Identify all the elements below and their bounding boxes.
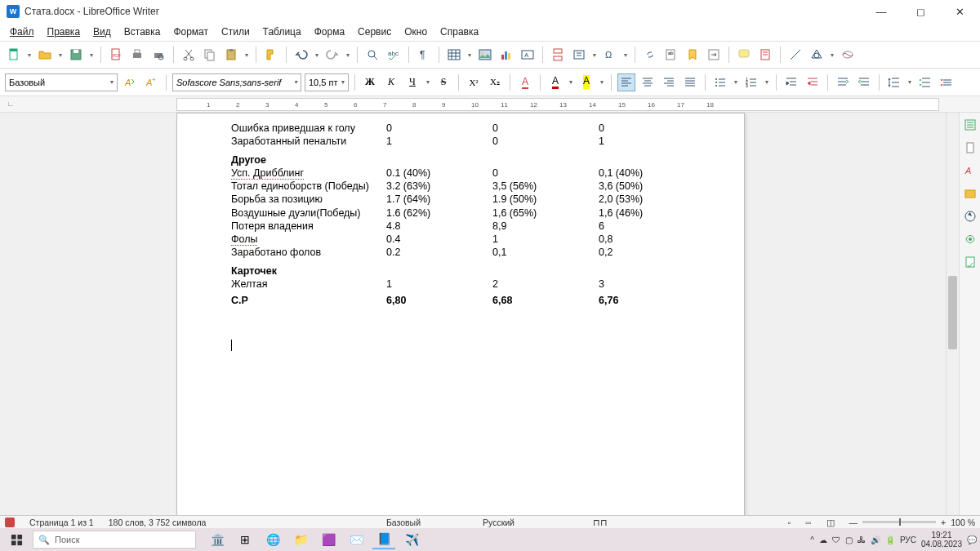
print-preview-icon[interactable]: [149, 46, 167, 64]
writer-taskbar-icon[interactable]: 📘: [372, 530, 395, 549]
menu-insert[interactable]: Вставка: [119, 24, 166, 39]
zoom-value[interactable]: 100 %: [951, 518, 975, 527]
increase-para-spacing-icon[interactable]: [916, 73, 934, 91]
page-break-icon[interactable]: [549, 46, 567, 64]
formatting-marks-icon[interactable]: ¶: [415, 46, 433, 64]
status-insert-mode[interactable]: ⊓⊓: [593, 518, 608, 527]
insert-field-icon[interactable]: [570, 46, 588, 64]
new-doc-icon[interactable]: [5, 46, 23, 64]
insert-textbox-icon[interactable]: A: [519, 46, 537, 64]
menu-view[interactable]: Вид: [88, 24, 116, 39]
page-panel-icon[interactable]: [963, 140, 978, 155]
properties-panel-icon[interactable]: [963, 118, 978, 132]
close-button[interactable]: ✕: [946, 6, 973, 18]
tray-network-icon[interactable]: 🖧: [858, 535, 866, 544]
undo-icon[interactable]: [292, 46, 310, 64]
menu-format[interactable]: Формат: [168, 24, 213, 39]
taskbar-search[interactable]: 🔍 Поиск: [33, 531, 196, 549]
taskview-icon[interactable]: ⊞: [234, 530, 256, 549]
increase-indent-icon[interactable]: [782, 73, 800, 91]
align-justify-icon[interactable]: [681, 73, 699, 91]
status-style[interactable]: Базовый: [386, 518, 421, 527]
outline-promote-icon[interactable]: [834, 73, 852, 91]
print-icon[interactable]: [128, 46, 146, 64]
menu-file[interactable]: Файл: [5, 24, 39, 39]
taskbar-building-icon[interactable]: 🏛️: [206, 530, 229, 549]
spellcheck-icon[interactable]: abc: [385, 46, 403, 64]
zoom-out-icon[interactable]: —: [849, 518, 858, 527]
font-color-dropdown[interactable]: ▾: [568, 78, 574, 86]
bookmark-icon[interactable]: [684, 46, 702, 64]
page-content[interactable]: Ошибка приведшая к голу000Заработанный п…: [177, 113, 744, 355]
paste-dropdown[interactable]: ▾: [243, 51, 250, 59]
decrease-para-spacing-icon[interactable]: [938, 73, 956, 91]
underline-button[interactable]: Ч: [403, 73, 421, 91]
start-button[interactable]: [3, 530, 29, 549]
menu-edit[interactable]: Правка: [42, 24, 86, 39]
bold-button[interactable]: Ж: [361, 73, 379, 91]
save-icon[interactable]: [67, 46, 85, 64]
menu-help[interactable]: Справка: [435, 24, 483, 39]
draw-functions-icon[interactable]: [839, 46, 857, 64]
maximize-button[interactable]: ◻: [906, 6, 934, 18]
zoom-in-icon[interactable]: +: [941, 518, 946, 527]
italic-button[interactable]: К: [382, 73, 400, 91]
clear-format-icon[interactable]: A: [516, 73, 534, 91]
mail-icon[interactable]: ✉️: [345, 530, 368, 549]
number-list-icon[interactable]: 123: [742, 73, 760, 91]
notifications-icon[interactable]: 💬: [967, 535, 977, 544]
tray-meet-icon[interactable]: ▢: [845, 535, 853, 544]
explorer-icon[interactable]: 📁: [289, 530, 312, 549]
edge-icon[interactable]: 🌐: [261, 530, 284, 549]
paste-icon[interactable]: [222, 46, 240, 64]
superscript-button[interactable]: X²: [465, 73, 483, 91]
inspect-panel-icon[interactable]: [963, 232, 978, 247]
track-changes-icon[interactable]: [756, 46, 774, 64]
navigator-panel-icon[interactable]: [963, 209, 978, 224]
line-spacing-icon[interactable]: [885, 73, 903, 91]
view-single-icon[interactable]: ▫: [787, 518, 791, 527]
bullet-dropdown[interactable]: ▾: [733, 78, 739, 86]
cut-icon[interactable]: [180, 46, 198, 64]
status-words[interactable]: 180 слов, 3 752 символа: [109, 518, 207, 527]
cross-ref-icon[interactable]: [705, 46, 723, 64]
footnote-icon[interactable]: ab: [662, 46, 680, 64]
table-dropdown[interactable]: ▾: [466, 51, 473, 59]
document-page[interactable]: Ошибка приведшая к голу000Заработанный п…: [176, 113, 745, 515]
zoom-slider[interactable]: [862, 521, 936, 523]
basic-shapes-icon[interactable]: [808, 46, 826, 64]
redo-dropdown[interactable]: ▾: [345, 51, 351, 59]
menu-table[interactable]: Таблица: [258, 24, 306, 39]
clone-format-icon[interactable]: [262, 46, 280, 64]
underline-dropdown[interactable]: ▾: [425, 78, 431, 86]
menu-window[interactable]: Окно: [399, 24, 432, 39]
number-dropdown[interactable]: ▾: [764, 78, 770, 86]
app-purple-icon[interactable]: 🟪: [317, 530, 340, 549]
tray-overflow-icon[interactable]: ^: [810, 535, 814, 544]
paragraph-style-combo[interactable]: Базовый▾: [5, 73, 118, 91]
align-center-icon[interactable]: [639, 73, 657, 91]
undo-dropdown[interactable]: ▾: [314, 51, 320, 59]
vertical-scrollbar[interactable]: [946, 113, 959, 515]
open-dropdown[interactable]: ▾: [57, 51, 64, 59]
tray-language[interactable]: РУС: [900, 535, 916, 544]
tray-security-icon[interactable]: 🛡: [832, 535, 840, 544]
zoom-control[interactable]: — + 100 %: [849, 518, 975, 527]
spacing-dropdown[interactable]: ▾: [906, 78, 913, 86]
menu-tools[interactable]: Сервис: [353, 24, 396, 39]
export-pdf-icon[interactable]: PDF: [107, 46, 125, 64]
find-icon[interactable]: [363, 46, 381, 64]
highlight-button[interactable]: A: [577, 73, 595, 91]
update-style-icon[interactable]: A: [121, 73, 139, 91]
bullet-list-icon[interactable]: [711, 73, 729, 91]
horizontal-ruler[interactable]: 123456789101112131415161718: [176, 98, 939, 111]
outline-demote-icon[interactable]: [855, 73, 873, 91]
subscript-button[interactable]: X₂: [486, 73, 504, 91]
minimize-button[interactable]: —: [867, 6, 895, 18]
highlight-dropdown[interactable]: ▾: [599, 78, 605, 86]
tray-onedrive-icon[interactable]: ☁: [819, 535, 827, 544]
insert-image-icon[interactable]: [476, 46, 494, 64]
align-left-icon[interactable]: [617, 73, 635, 91]
insert-symbol-icon[interactable]: Ω: [601, 46, 619, 64]
line-icon[interactable]: [786, 46, 804, 64]
